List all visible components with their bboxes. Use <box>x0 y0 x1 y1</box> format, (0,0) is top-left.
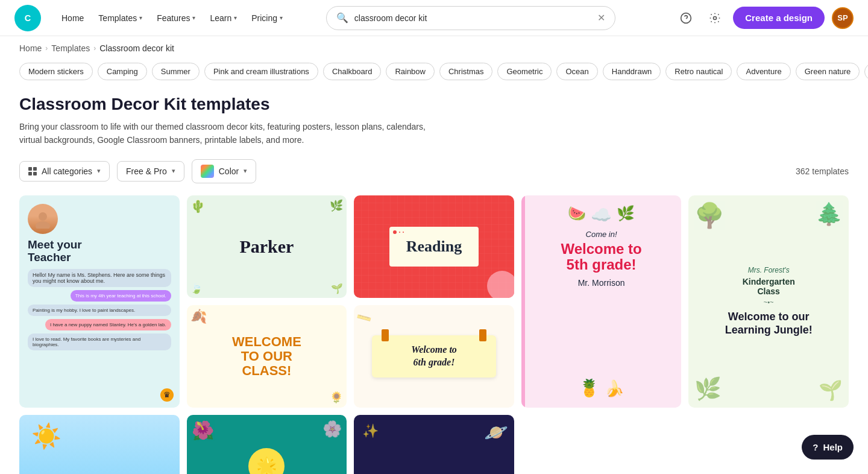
sun-deco: ☀️ <box>31 422 61 450</box>
color-chevron-icon: ▾ <box>244 167 247 175</box>
template-card-meet-teacher[interactable]: Meet yourTeacher Hello! My name is Ms. S… <box>19 195 180 408</box>
crown-badge: ♛ <box>160 388 174 402</box>
spiral-deco: 🍂 <box>190 309 207 324</box>
meet-teacher-title: Meet yourTeacher <box>28 239 171 264</box>
template-count: 362 templates <box>796 166 849 176</box>
toolbar: All categories ▾ Free & Pro ▾ Color ▾ 36… <box>0 159 868 195</box>
deco-bottom-right: 🌻 <box>330 391 343 404</box>
bubble-4: I have a new puppy named Stanley. He's a… <box>45 319 171 330</box>
help-icon-btn[interactable] <box>675 7 697 29</box>
tree-bottom-right: 🌱 <box>819 379 843 402</box>
sixth-grade-text: Welcome to6th grade! <box>383 344 485 369</box>
filter-tag-green-nature[interactable]: Green nature <box>796 63 860 80</box>
filter-tag-adventure[interactable]: Adventure <box>737 63 790 80</box>
search-bar: 🔍 ✕ <box>326 6 615 30</box>
pricing-dropdown[interactable]: Free & Pro ▾ <box>117 161 184 182</box>
deco-swirl: ~•~ <box>764 299 774 306</box>
binder-clip-left <box>382 329 389 341</box>
welcome-5th-title: Welcome to5th grade! <box>561 241 641 273</box>
svg-point-5 <box>39 212 47 221</box>
page-title: Classroom Decor Kit templates <box>19 95 849 114</box>
template-card-jungle[interactable]: 🌳 🌲 Mrs. Forest's KindergartenClass ~•~ … <box>688 195 849 408</box>
categories-dropdown[interactable]: All categories ▾ <box>19 161 110 182</box>
categories-grid-icon <box>28 167 37 175</box>
svg-point-6 <box>36 221 50 229</box>
filter-tag-pink-cream[interactable]: Pink and cream illustrations <box>204 63 318 80</box>
create-design-button[interactable]: Create a design <box>733 7 825 29</box>
parker-name: Parker <box>239 236 294 257</box>
breadcrumb-current: Classroom decor kit <box>99 43 174 53</box>
breadcrumb-templates[interactable]: Templates <box>51 43 90 53</box>
yellow-circle-deco: 🌟 <box>248 448 285 474</box>
bubble-3: Painting is my hobby. I love to paint la… <box>28 305 171 316</box>
template-card-6th-grade[interactable]: Welcome to6th grade! 📏 <box>354 305 514 408</box>
pricing-chevron-icon: ▾ <box>280 14 283 21</box>
filter-tag-camping[interactable]: Camping <box>98 63 147 80</box>
bubble-2: This is my 4th year teaching at this sch… <box>71 290 171 302</box>
categories-chevron-icon: ▾ <box>97 167 101 175</box>
pink-stripe <box>521 195 525 408</box>
breadcrumb: Home › Templates › Classroom decor kit <box>0 36 868 60</box>
pricing-chevron-icon: ▾ <box>172 167 175 175</box>
nav-features[interactable]: Features ▾ <box>151 10 201 27</box>
reading-dots <box>393 230 404 234</box>
templates-chevron-icon: ▾ <box>139 14 142 21</box>
nav-templates[interactable]: Templates ▾ <box>92 10 148 27</box>
settings-icon-btn[interactable] <box>704 7 726 29</box>
template-card-sunshine[interactable]: ☀️ <box>19 415 180 474</box>
leaf-bottom-left: 🍃 <box>190 283 203 294</box>
tropical-deco-1: 🌺 <box>192 420 214 441</box>
color-dropdown[interactable]: Color ▾ <box>192 159 256 183</box>
template-card-grade1-mars[interactable]: 🪐 ✨ Grade 1 - Mars <box>354 415 514 474</box>
filter-tag-chalkboard[interactable]: Chalkboard <box>323 63 382 80</box>
filter-scroll-right-button[interactable]: › <box>864 63 868 80</box>
filter-tag-christmas[interactable]: Christmas <box>439 63 493 80</box>
nav-pricing[interactable]: Pricing ▾ <box>245 10 289 27</box>
filter-tag-summer[interactable]: Summer <box>152 63 200 80</box>
breadcrumb-home[interactable]: Home <box>19 43 42 53</box>
filter-tags-row: Modern stickers Camping Summer Pink and … <box>0 60 868 90</box>
class-label: KindergartenClass <box>743 277 795 296</box>
tree-bottom-left: 🌿 <box>694 376 722 402</box>
tree-right: 🌲 <box>816 201 843 227</box>
star-deco-1: ✨ <box>362 423 379 439</box>
welcome-class-text: WELCOMETO OURCLASS! <box>232 335 301 379</box>
nav-learn[interactable]: Learn ▾ <box>204 10 243 27</box>
template-card-tropical[interactable]: 🌺 🌴 🌸 🌟 <box>187 415 347 474</box>
filter-tag-retro-nautical[interactable]: Retro nautical <box>665 63 732 80</box>
filter-tag-rainbow[interactable]: Rainbow <box>386 63 435 80</box>
templates-grid: Meet yourTeacher Hello! My name is Ms. S… <box>19 195 849 474</box>
template-card-parker[interactable]: 🌵 🌿 🍃 🌱 Parker <box>187 195 347 298</box>
notebook-card: Welcome to6th grade! <box>372 335 495 378</box>
reading-inner-card: Reading <box>389 227 479 267</box>
jungle-title: Welcome to ourLearning Jungle! <box>725 311 813 337</box>
template-card-welcome-class[interactable]: 🍂 WELCOMETO OURCLASS! 🌻 <box>187 305 347 408</box>
fruit-deco-top: 🍉☁️🌿 <box>568 205 635 225</box>
mrs-forest-label: Mrs. Forest's <box>748 266 790 274</box>
binder-clip-right <box>479 329 486 341</box>
header-actions: Create a design SP <box>675 7 854 29</box>
pink-circle-deco <box>487 271 514 298</box>
canva-logo[interactable]: C <box>14 5 41 31</box>
search-icon: 🔍 <box>336 12 348 24</box>
help-button[interactable]: ? Help <box>802 435 854 460</box>
bubble-5: I love to read. My favorite books are my… <box>28 333 171 350</box>
plant-top-right: 🌿 <box>330 199 343 212</box>
teacher-name: Mr. Morrison <box>578 278 625 288</box>
avatar[interactable]: SP <box>832 7 854 29</box>
fruit-deco-bottom: 🍍🍌 <box>579 378 624 398</box>
learn-chevron-icon: ▾ <box>234 14 237 21</box>
search-input[interactable] <box>354 13 591 23</box>
template-card-welcome-5th[interactable]: 🍉☁️🌿 Come in! Welcome to5th grade! Mr. M… <box>521 195 682 408</box>
page-header: Classroom Decor Kit templates Bring your… <box>0 90 868 159</box>
breadcrumb-sep-2: › <box>93 44 96 52</box>
template-card-reading[interactable]: Reading <box>354 195 514 298</box>
filter-tag-handdrawn[interactable]: Handdrawn <box>603 63 661 80</box>
planet-deco: 🪐 <box>484 421 508 444</box>
nav-home[interactable]: Home <box>55 10 90 27</box>
filter-tag-ocean[interactable]: Ocean <box>556 63 597 80</box>
reading-text: Reading <box>406 238 462 256</box>
search-clear-icon[interactable]: ✕ <box>597 12 605 24</box>
filter-tag-modern-stickers[interactable]: Modern stickers <box>19 63 93 80</box>
filter-tag-geometric[interactable]: Geometric <box>497 63 552 80</box>
